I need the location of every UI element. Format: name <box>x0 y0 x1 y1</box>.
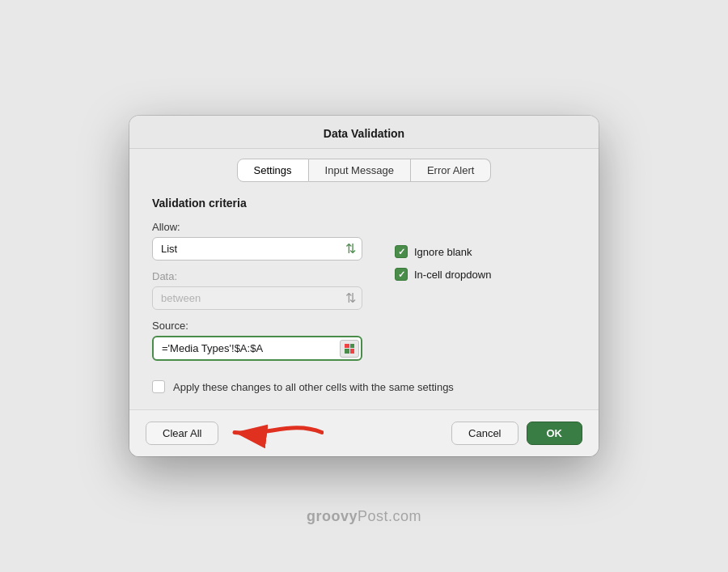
data-select-wrapper: between ⇅ <box>152 286 362 310</box>
tab-error-alert[interactable]: Error Alert <box>411 159 492 182</box>
tabs-row: Settings Input Message Error Alert <box>129 149 599 182</box>
source-field-wrapper <box>152 336 362 361</box>
ignore-blank-checkbox[interactable] <box>395 245 408 258</box>
allow-label: Allow: <box>152 221 362 233</box>
arrow-annotation <box>218 412 324 455</box>
data-select[interactable]: between <box>152 286 362 310</box>
source-input[interactable] <box>152 336 362 361</box>
footer-right: Cancel OK <box>451 422 582 445</box>
in-cell-dropdown-row: In-cell dropdown <box>395 268 576 281</box>
cancel-button[interactable]: Cancel <box>451 422 518 445</box>
dialog-footer: Clear All Cancel OK <box>129 409 599 456</box>
allow-select-wrapper: List Any value Whole number Decimal Date… <box>152 237 362 261</box>
tab-input-message[interactable]: Input Message <box>309 159 411 182</box>
ok-button[interactable]: OK <box>527 422 583 445</box>
apply-changes-label: Apply these changes to all other cells w… <box>173 381 454 393</box>
clear-all-button[interactable]: Clear All <box>146 422 218 445</box>
watermark: groovyPost.com <box>307 508 421 525</box>
source-btn-inner-grid <box>345 344 354 354</box>
data-validation-dialog: Data Validation Settings Input Message E… <box>129 116 599 456</box>
apply-row: Apply these changes to all other cells w… <box>152 380 576 393</box>
section-title: Validation criteria <box>152 197 576 210</box>
source-range-button[interactable] <box>340 340 359 358</box>
apply-changes-checkbox[interactable] <box>152 380 165 393</box>
data-label: Data: <box>152 270 362 282</box>
in-cell-dropdown-label: In-cell dropdown <box>414 269 491 281</box>
dialog-titlebar: Data Validation <box>129 116 599 149</box>
dialog-body: Validation criteria Allow: List Any valu… <box>129 182 599 409</box>
ignore-blank-label: Ignore blank <box>414 246 472 258</box>
form-right: Ignore blank In-cell dropdown <box>395 221 576 361</box>
in-cell-dropdown-checkbox[interactable] <box>395 268 408 281</box>
form-left: Allow: List Any value Whole number Decim… <box>152 221 362 361</box>
arrow-svg <box>218 412 324 452</box>
form-area: Allow: List Any value Whole number Decim… <box>152 221 576 361</box>
allow-select[interactable]: List Any value Whole number Decimal Date… <box>152 237 362 261</box>
tab-settings[interactable]: Settings <box>237 159 309 182</box>
source-label: Source: <box>152 320 362 332</box>
dialog-title: Data Validation <box>324 127 404 140</box>
watermark-bold: groovy <box>307 508 358 524</box>
ignore-blank-row: Ignore blank <box>395 245 576 258</box>
